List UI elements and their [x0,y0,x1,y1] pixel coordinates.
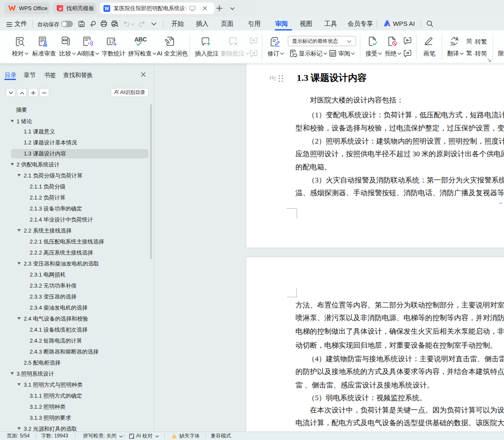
svg-text:A: A [455,37,459,42]
svg-text:W: W [105,6,109,11]
svg-text:文: 文 [450,41,454,46]
svg-text:12: 12 [109,38,114,44]
